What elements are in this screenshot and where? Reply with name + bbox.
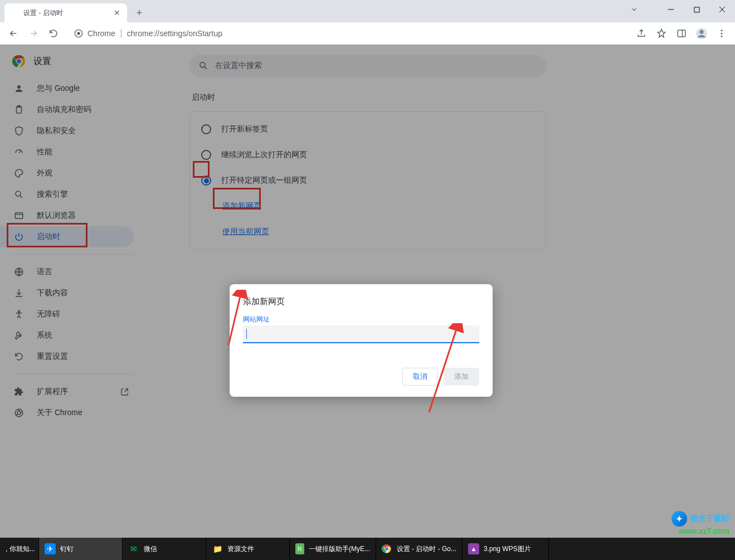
taskbar-item-truncated[interactable]: , 你就知... [0,538,39,560]
app-icon: R [295,543,304,554]
svg-point-32 [385,547,388,551]
chrome-label: Chrome [87,29,121,38]
back-button[interactable] [4,25,22,42]
taskbar-item-wps[interactable]: ▲3.png WPS图片 [463,538,549,560]
url-field-label: 网站网址 [243,315,479,324]
gear-icon [10,8,19,17]
profile-icon[interactable] [693,25,710,42]
svg-point-12 [721,35,723,37]
svg-point-5 [77,32,80,35]
taskbar-item-folder[interactable]: 📁资源文件 [206,538,290,560]
maximize-button[interactable] [684,0,709,19]
browser-titlebar: 设置 - 启动时 ✕ + [0,0,735,22]
bookmark-icon[interactable] [653,25,670,42]
windows-taskbar: , 你就知... ✈钉钉 ✉微信 📁资源文件 R一键排版助手(MyE... 设置… [0,538,735,560]
watermark: ✦ 极光下载站 www.xz7.com [671,511,729,535]
minimize-button[interactable] [658,0,684,19]
side-panel-icon[interactable] [673,25,690,42]
taskbar-label: 微信 [144,544,157,554]
new-tab-button[interactable]: + [132,5,147,21]
chrome-icon [382,543,392,554]
svg-point-11 [721,32,723,34]
tab-title: 设置 - 启动时 [23,8,113,18]
close-button[interactable] [709,0,735,19]
taskbar-label: 3.png WPS图片 [484,544,531,554]
watermark-url: www.xz7.com [671,527,729,535]
folder-icon: 📁 [212,543,223,554]
chrome-page-icon [74,29,83,38]
taskbar-item-wechat[interactable]: ✉微信 [123,538,206,560]
dialog-title: 添加新网页 [243,296,479,307]
share-icon[interactable] [632,25,650,42]
menu-icon[interactable] [713,25,731,42]
window-controls [621,0,735,19]
dingtalk-icon: ✈ [45,543,56,554]
watermark-brand: 极光下载站 [690,514,729,524]
browser-toolbar: Chrome chrome://settings/onStartup [0,22,735,45]
wps-image-icon: ▲ [468,543,479,554]
url-text: chrome://settings/onStartup [127,29,222,38]
taskbar-item-typeset[interactable]: R一键排版助手(MyE... [290,538,376,560]
svg-point-9 [699,30,703,33]
forward-button[interactable] [25,25,42,42]
url-input[interactable] [243,325,479,343]
taskbar-item-chrome[interactable]: 设置 - 启动时 - Go... [376,538,463,560]
svg-point-10 [721,30,723,31]
taskbar-label: 一键排版助手(MyE... [309,544,370,554]
taskbar-label: 资源文件 [227,544,254,554]
text-cursor [246,329,247,339]
svg-rect-6 [678,30,685,37]
taskbar-label: 设置 - 启动时 - Go... [397,544,456,554]
address-bar[interactable]: Chrome chrome://settings/onStartup [68,25,627,42]
tab-close-icon[interactable]: ✕ [113,8,121,17]
taskbar-item-dingtalk[interactable]: ✈钉钉 [39,538,123,560]
wechat-icon: ✉ [128,543,139,554]
svg-rect-1 [694,7,699,12]
taskbar-label: 钉钉 [60,544,74,554]
taskbar-label: , 你就知... [6,544,35,554]
cancel-button[interactable]: 取消 [402,368,438,386]
watermark-logo-icon: ✦ [671,511,687,527]
reload-button[interactable] [45,25,62,42]
chevron-down-icon[interactable] [621,0,647,19]
browser-tab[interactable]: 设置 - 启动时 ✕ [4,3,127,22]
add-button[interactable]: 添加 [444,368,479,386]
add-page-dialog: 添加新网页 网站网址 取消 添加 [230,284,493,397]
